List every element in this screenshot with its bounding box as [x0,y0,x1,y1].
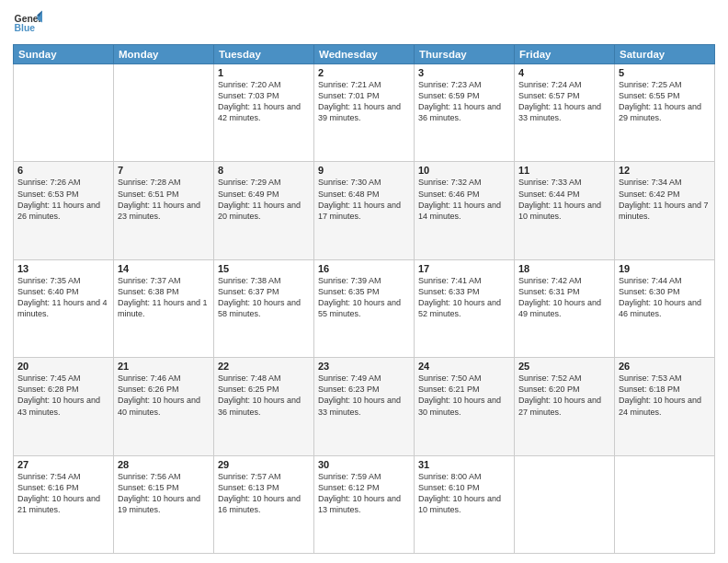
calendar-cell: 7Sunrise: 7:28 AM Sunset: 6:51 PM Daylig… [114,162,214,259]
day-info: Sunrise: 7:44 AM Sunset: 6:30 PM Dayligh… [619,275,711,320]
calendar-cell: 11Sunrise: 7:33 AM Sunset: 6:44 PM Dayli… [515,162,615,259]
day-number: 14 [118,263,210,274]
day-number: 21 [118,361,210,372]
day-number: 12 [619,165,711,176]
day-info: Sunrise: 7:53 AM Sunset: 6:18 PM Dayligh… [619,373,711,418]
calendar-cell: 29Sunrise: 7:57 AM Sunset: 6:13 PM Dayli… [214,455,314,553]
day-info: Sunrise: 7:52 AM Sunset: 6:20 PM Dayligh… [518,373,610,418]
calendar-week-3: 20Sunrise: 7:45 AM Sunset: 6:28 PM Dayli… [14,358,715,455]
day-info: Sunrise: 7:20 AM Sunset: 7:03 PM Dayligh… [218,79,310,124]
calendar-cell: 23Sunrise: 7:49 AM Sunset: 6:23 PM Dayli… [314,358,415,455]
day-info: Sunrise: 7:34 AM Sunset: 6:42 PM Dayligh… [619,177,711,222]
day-number: 3 [418,67,510,78]
calendar-week-0: 1Sunrise: 7:20 AM Sunset: 7:03 PM Daylig… [14,64,715,162]
calendar-cell: 14Sunrise: 7:37 AM Sunset: 6:38 PM Dayli… [114,259,214,357]
calendar-cell: 15Sunrise: 7:38 AM Sunset: 6:37 PM Dayli… [214,259,314,357]
calendar-week-1: 6Sunrise: 7:26 AM Sunset: 6:53 PM Daylig… [14,162,715,259]
calendar-cell: 22Sunrise: 7:48 AM Sunset: 6:25 PM Dayli… [214,358,314,455]
calendar-header-saturday: Saturday [615,45,715,64]
day-info: Sunrise: 7:48 AM Sunset: 6:25 PM Dayligh… [218,373,310,418]
calendar-cell [14,64,114,162]
day-number: 31 [418,459,510,470]
day-info: Sunrise: 7:29 AM Sunset: 6:49 PM Dayligh… [218,177,310,222]
calendar-header-row: SundayMondayTuesdayWednesdayThursdayFrid… [14,45,715,64]
day-number: 6 [17,165,109,176]
day-number: 17 [418,263,510,274]
calendar-cell: 12Sunrise: 7:34 AM Sunset: 6:42 PM Dayli… [615,162,715,259]
day-number: 8 [218,165,310,176]
day-number: 24 [418,361,510,372]
day-number: 13 [17,263,109,274]
calendar-cell: 25Sunrise: 7:52 AM Sunset: 6:20 PM Dayli… [515,358,615,455]
day-info: Sunrise: 7:32 AM Sunset: 6:46 PM Dayligh… [418,177,510,222]
day-number: 29 [218,459,310,470]
calendar-cell: 3Sunrise: 7:23 AM Sunset: 6:59 PM Daylig… [415,64,515,162]
day-info: Sunrise: 7:42 AM Sunset: 6:31 PM Dayligh… [518,275,610,320]
day-info: Sunrise: 7:56 AM Sunset: 6:15 PM Dayligh… [118,471,210,516]
day-info: Sunrise: 7:26 AM Sunset: 6:53 PM Dayligh… [17,177,109,222]
calendar-header-wednesday: Wednesday [314,45,415,64]
day-info: Sunrise: 7:49 AM Sunset: 6:23 PM Dayligh… [318,373,410,418]
day-info: Sunrise: 7:37 AM Sunset: 6:38 PM Dayligh… [118,275,210,320]
calendar-cell: 18Sunrise: 7:42 AM Sunset: 6:31 PM Dayli… [515,259,615,357]
day-info: Sunrise: 7:30 AM Sunset: 6:48 PM Dayligh… [318,177,410,222]
day-info: Sunrise: 7:46 AM Sunset: 6:26 PM Dayligh… [118,373,210,418]
day-info: Sunrise: 7:41 AM Sunset: 6:33 PM Dayligh… [418,275,510,320]
calendar-cell: 8Sunrise: 7:29 AM Sunset: 6:49 PM Daylig… [214,162,314,259]
calendar-week-2: 13Sunrise: 7:35 AM Sunset: 6:40 PM Dayli… [14,259,715,357]
day-number: 26 [619,361,711,372]
calendar-cell: 21Sunrise: 7:46 AM Sunset: 6:26 PM Dayli… [114,358,214,455]
calendar-cell [615,455,715,553]
day-number: 25 [518,361,610,372]
day-info: Sunrise: 8:00 AM Sunset: 6:10 PM Dayligh… [418,471,510,516]
calendar-cell: 13Sunrise: 7:35 AM Sunset: 6:40 PM Dayli… [14,259,114,357]
calendar-table: SundayMondayTuesdayWednesdayThursdayFrid… [13,44,715,554]
logo: General Blue [13,9,42,39]
day-info: Sunrise: 7:35 AM Sunset: 6:40 PM Dayligh… [17,275,109,320]
calendar-cell: 6Sunrise: 7:26 AM Sunset: 6:53 PM Daylig… [14,162,114,259]
day-info: Sunrise: 7:38 AM Sunset: 6:37 PM Dayligh… [218,275,310,320]
calendar-cell [515,455,615,553]
day-number: 9 [318,165,410,176]
day-number: 5 [619,67,711,78]
day-info: Sunrise: 7:23 AM Sunset: 6:59 PM Dayligh… [418,79,510,124]
calendar-cell: 26Sunrise: 7:53 AM Sunset: 6:18 PM Dayli… [615,358,715,455]
calendar-cell: 19Sunrise: 7:44 AM Sunset: 6:30 PM Dayli… [615,259,715,357]
svg-text:Blue: Blue [15,23,36,33]
day-number: 28 [118,459,210,470]
page: General Blue SundayMondayTuesdayWednesda… [0,0,728,563]
day-number: 18 [518,263,610,274]
day-info: Sunrise: 7:57 AM Sunset: 6:13 PM Dayligh… [218,471,310,516]
calendar-cell: 27Sunrise: 7:54 AM Sunset: 6:16 PM Dayli… [14,455,114,553]
calendar-cell: 16Sunrise: 7:39 AM Sunset: 6:35 PM Dayli… [314,259,415,357]
day-number: 20 [17,361,109,372]
calendar-cell: 10Sunrise: 7:32 AM Sunset: 6:46 PM Dayli… [415,162,515,259]
calendar-cell: 4Sunrise: 7:24 AM Sunset: 6:57 PM Daylig… [515,64,615,162]
calendar-cell: 31Sunrise: 8:00 AM Sunset: 6:10 PM Dayli… [415,455,515,553]
calendar-cell: 2Sunrise: 7:21 AM Sunset: 7:01 PM Daylig… [314,64,415,162]
calendar-header-friday: Friday [515,45,615,64]
day-number: 30 [318,459,410,470]
calendar-cell: 28Sunrise: 7:56 AM Sunset: 6:15 PM Dayli… [114,455,214,553]
calendar-cell: 1Sunrise: 7:20 AM Sunset: 7:03 PM Daylig… [214,64,314,162]
day-number: 11 [518,165,610,176]
day-number: 16 [318,263,410,274]
calendar-cell: 5Sunrise: 7:25 AM Sunset: 6:55 PM Daylig… [615,64,715,162]
logo-icon: General Blue [13,9,42,39]
day-number: 1 [218,67,310,78]
day-number: 19 [619,263,711,274]
day-number: 23 [318,361,410,372]
calendar-header-monday: Monday [114,45,214,64]
calendar-cell: 20Sunrise: 7:45 AM Sunset: 6:28 PM Dayli… [14,358,114,455]
day-info: Sunrise: 7:50 AM Sunset: 6:21 PM Dayligh… [418,373,510,418]
calendar-cell: 30Sunrise: 7:59 AM Sunset: 6:12 PM Dayli… [314,455,415,553]
calendar-cell: 24Sunrise: 7:50 AM Sunset: 6:21 PM Dayli… [415,358,515,455]
day-info: Sunrise: 7:59 AM Sunset: 6:12 PM Dayligh… [318,471,410,516]
day-number: 15 [218,263,310,274]
day-info: Sunrise: 7:21 AM Sunset: 7:01 PM Dayligh… [318,79,410,124]
day-info: Sunrise: 7:45 AM Sunset: 6:28 PM Dayligh… [17,373,109,418]
day-number: 27 [17,459,109,470]
calendar-header-thursday: Thursday [415,45,515,64]
day-number: 4 [518,67,610,78]
day-number: 7 [118,165,210,176]
